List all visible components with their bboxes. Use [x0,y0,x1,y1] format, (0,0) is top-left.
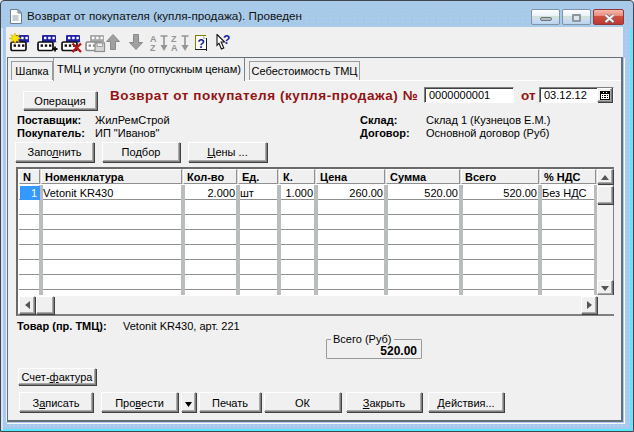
svg-text:?: ? [223,34,230,47]
svg-text:Z: Z [150,43,156,52]
svg-text:А: А [171,43,178,52]
svg-text:?: ? [198,37,205,51]
